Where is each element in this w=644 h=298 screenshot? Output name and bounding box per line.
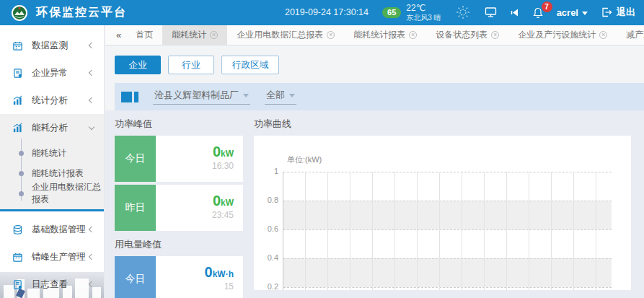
power-peak-yesterday-card: 昨日 0kW 23:45 bbox=[115, 185, 243, 231]
view-button-industry[interactable]: 行业 bbox=[168, 56, 214, 74]
tab-label: 减产减排分析 bbox=[626, 29, 644, 41]
company-select-value: 沧县义辉塑料制品厂 bbox=[154, 89, 239, 102]
stats-column: 功率峰值 今日 0kW 16:30 昨日 0kW bbox=[115, 110, 243, 298]
database-icon bbox=[12, 224, 25, 235]
tab-close-icon[interactable] bbox=[491, 31, 499, 39]
weather-text: 22℃ 东北风3 晴 bbox=[406, 3, 441, 22]
username-text: acrel bbox=[557, 7, 578, 18]
header-right-group: 2019-09-24 17:30:14 65 22℃ 东北风3 晴 bbox=[285, 3, 635, 22]
filter-decoration bbox=[121, 92, 138, 102]
card-period-label: 昨日 bbox=[115, 185, 156, 231]
tab-label: 企业及产污设施统计 bbox=[518, 29, 596, 41]
chevron-collapsed-icon bbox=[89, 254, 94, 260]
tab-label: 设备状态列表 bbox=[436, 29, 488, 41]
tab-close-icon[interactable] bbox=[210, 31, 218, 39]
sidebar-item-label: 统计分析 bbox=[32, 95, 89, 107]
logout-button[interactable]: 退出 bbox=[601, 6, 635, 19]
dropdown-arrow-icon bbox=[289, 94, 295, 97]
caret-down-icon bbox=[582, 12, 588, 15]
tab-close-icon[interactable] bbox=[409, 31, 417, 39]
tab-close-icon[interactable] bbox=[599, 31, 607, 39]
tab-energy-statistics-report[interactable]: 能耗统计报表 bbox=[344, 25, 426, 45]
sidebar-item-label: 日志查看 bbox=[32, 279, 89, 291]
view-button-enterprise[interactable]: 企业 bbox=[115, 56, 161, 74]
calendar-icon bbox=[12, 40, 25, 51]
temperature-text: 22℃ bbox=[406, 3, 441, 13]
sidebar-item-off-peak-production[interactable]: 错峰生产管理 bbox=[0, 243, 104, 271]
sidebar-subitem-energy-statistics-report[interactable]: 能耗统计报表 bbox=[0, 163, 104, 183]
sidebar-item-label: 基础数据管理 bbox=[32, 224, 89, 236]
report-icon bbox=[12, 68, 25, 79]
chart-plot-area: 1 0.8 0.6 0.4 0.2 bbox=[283, 172, 612, 290]
sidebar-item-basic-data-management[interactable]: 基础数据管理 bbox=[0, 216, 104, 243]
y-tick: 0.2 bbox=[256, 282, 278, 290]
sidebar-group-energy-analysis: 能耗分析 能耗统计 能耗统计报表 企业用电数据汇总报表 bbox=[0, 114, 104, 209]
sidebar-item-statistical-analysis[interactable]: 统计分析 bbox=[0, 87, 104, 114]
main-content: 企业 行业 行政区域 沧县义辉塑料制品厂 全部 功率峰值 今日 bbox=[105, 46, 644, 298]
card-value: 0 bbox=[213, 144, 221, 159]
sidebar-subitem-label: 企业用电数据汇总报表 bbox=[32, 181, 104, 206]
dropdown-arrow-icon bbox=[243, 94, 249, 97]
tab-reduction-analysis[interactable]: 减产减排分析 bbox=[617, 25, 644, 45]
card-period-label: 今日 bbox=[115, 256, 156, 298]
bar-chart-icon bbox=[12, 95, 25, 106]
company-select[interactable]: 沧县义辉塑料制品厂 bbox=[153, 89, 250, 105]
sidebar-subitem-energy-statistics[interactable]: 能耗统计 bbox=[0, 143, 104, 163]
tab-energy-statistics[interactable]: 能耗统计 bbox=[162, 25, 227, 45]
chart-unit-label: 单位:(kW) bbox=[287, 154, 631, 165]
y-tick: 0.6 bbox=[256, 224, 278, 233]
y-tick: 1 bbox=[256, 167, 278, 175]
collapse-tabs-icon[interactable]: « bbox=[111, 30, 126, 40]
chevron-collapsed-icon bbox=[89, 281, 94, 287]
user-menu[interactable]: acrel bbox=[557, 7, 588, 18]
dashboard-area: 功率峰值 今日 0kW 16:30 昨日 0kW bbox=[105, 110, 644, 298]
sidebar-submenu: 能耗统计 能耗统计报表 企业用电数据汇总报表 bbox=[0, 141, 104, 209]
view-switch-row: 企业 行业 行政区域 bbox=[105, 46, 644, 74]
tab-label: 首页 bbox=[136, 29, 153, 41]
card-time: 15 bbox=[156, 281, 234, 292]
view-button-region[interactable]: 行政区域 bbox=[221, 56, 279, 74]
scope-select-value: 全部 bbox=[266, 89, 285, 102]
y-tick: 0.4 bbox=[256, 253, 278, 262]
sidebar-item-log-view[interactable]: 日志查看 bbox=[0, 271, 104, 298]
chevron-expanded-icon bbox=[89, 123, 94, 129]
sound-icon[interactable] bbox=[511, 8, 519, 17]
scope-select[interactable]: 全部 bbox=[265, 89, 296, 105]
tab-device-status-list[interactable]: 设备状态列表 bbox=[426, 25, 508, 45]
alarm-count-badge[interactable]: 7 bbox=[542, 1, 552, 12]
app-title: 环保监控云平台 bbox=[36, 5, 127, 20]
sidebar-subitem-enterprise-power-summary-report[interactable]: 企业用电数据汇总报表 bbox=[0, 183, 104, 203]
card-time: 16:30 bbox=[156, 161, 234, 171]
sidebar-item-label: 错峰生产管理 bbox=[32, 251, 89, 263]
energy-peak-title: 用电量峰值 bbox=[115, 238, 243, 251]
weather-widget: 65 22℃ 东北风3 晴 bbox=[382, 3, 441, 22]
logout-icon bbox=[601, 7, 612, 17]
tab-enterprise-power-summary-report[interactable]: 企业用电数据汇总报表 bbox=[227, 25, 344, 45]
top-header: 环保监控云平台 2019-09-24 17:30:14 65 22℃ 东北风3 … bbox=[0, 0, 644, 25]
power-curve-chart: 单位:(kW) 1 0.8 0.6 0.4 0.2 bbox=[254, 136, 631, 290]
sun-icon bbox=[455, 4, 471, 20]
tab-close-icon[interactable] bbox=[327, 31, 335, 39]
y-tick: 0.8 bbox=[256, 196, 278, 204]
card-value: 0 bbox=[205, 264, 213, 280]
sidebar-item-enterprise-anomaly[interactable]: 企业异常 bbox=[0, 59, 104, 87]
chevron-collapsed-icon bbox=[89, 227, 94, 232]
tab-home[interactable]: 首页 bbox=[126, 25, 162, 45]
logo-icon bbox=[10, 4, 29, 22]
chart-band bbox=[283, 287, 612, 290]
card-body: 0kW 23:45 bbox=[156, 185, 243, 231]
monitor-icon[interactable] bbox=[485, 6, 497, 18]
card-body: 0kW 16:30 bbox=[156, 136, 243, 182]
sidebar-item-data-monitoring[interactable]: 数据监测 bbox=[0, 32, 104, 59]
bell-icon[interactable]: 7 bbox=[533, 7, 543, 18]
sidebar-subitem-label: 能耗统计 bbox=[32, 147, 66, 159]
sidebar-item-energy-analysis[interactable]: 能耗分析 bbox=[0, 114, 104, 141]
chevron-collapsed-icon bbox=[89, 97, 94, 103]
power-peak-title: 功率峰值 bbox=[115, 118, 243, 131]
card-value: 0 bbox=[213, 193, 221, 209]
filter-bar: 沧县义辉塑料制品厂 全部 bbox=[115, 83, 644, 110]
chevron-collapsed-icon bbox=[89, 43, 94, 48]
wind-text: 东北风3 晴 bbox=[406, 14, 441, 22]
power-curve-section: 功率曲线 单位:(kW) 1 0.8 0.6 0.4 0.2 bbox=[254, 110, 631, 298]
tab-enterprise-pollution-facility-stats[interactable]: 企业及产污设施统计 bbox=[508, 25, 617, 45]
